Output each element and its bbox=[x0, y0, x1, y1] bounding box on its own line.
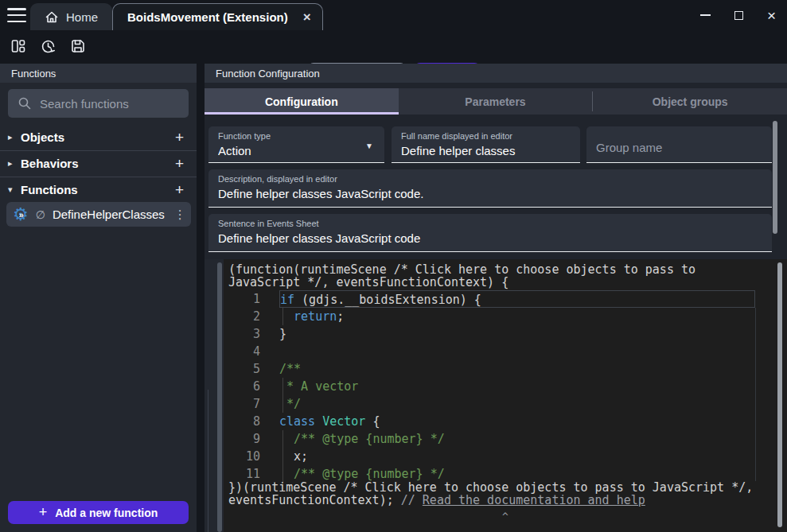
code-header[interactable]: (function(runtimeScene /* Click here to … bbox=[224, 259, 787, 289]
indent-guide bbox=[282, 308, 283, 325]
function-item-definehelperclasses[interactable]: ⚙ » ∅ DefineHelperClasses ⋮ bbox=[6, 202, 191, 227]
panels-layout-icon[interactable] bbox=[10, 38, 26, 54]
tab-object-groups[interactable]: Object groups bbox=[593, 88, 787, 115]
full-name-field[interactable]: Full name displayed in editor Define hel… bbox=[392, 126, 580, 163]
code-line-content[interactable] bbox=[279, 343, 755, 360]
line-number: 7 bbox=[224, 395, 260, 413]
history-icon[interactable] bbox=[40, 38, 56, 55]
toolbar-left-group bbox=[10, 33, 86, 59]
line-number: 6 bbox=[224, 378, 260, 395]
code-editor-surface[interactable]: (function(runtimeScene /* Click here to … bbox=[224, 259, 787, 532]
code-line[interactable]: 1if (gdjs.__boidsExtension) { bbox=[224, 290, 787, 308]
titlebar: Home BoidsMovement (Extension) × × bbox=[0, 0, 787, 30]
code-line[interactable]: 2 return; bbox=[224, 308, 787, 325]
code-editor-scrollbar[interactable] bbox=[777, 262, 782, 527]
code-line[interactable]: 8class Vector { bbox=[224, 413, 787, 430]
code-line[interactable]: 9 /** @type {number} */ bbox=[224, 430, 787, 448]
expand-caret[interactable]: ^ bbox=[224, 511, 787, 522]
code-line[interactable]: 3} bbox=[224, 325, 787, 343]
line-number: 4 bbox=[224, 343, 260, 360]
editor-guide-line bbox=[755, 308, 756, 481]
code-token: JavaScript */, eventsFunctionContext) { bbox=[228, 275, 508, 289]
main-panel-title: Function Configuration bbox=[216, 68, 320, 80]
add-new-function-button[interactable]: + Add a new function bbox=[8, 501, 189, 524]
sidebar-section-behaviors[interactable]: ▸ Behaviors + bbox=[0, 151, 197, 176]
code-token bbox=[279, 432, 294, 446]
code-editor-left-scrollbar[interactable] bbox=[217, 262, 222, 532]
chevron-right-icon[interactable]: ▸ bbox=[8, 132, 19, 142]
group-name-field[interactable]: Group name bbox=[586, 126, 772, 163]
code-line[interactable]: 5/** bbox=[224, 360, 787, 378]
code-token: x; bbox=[279, 449, 308, 464]
minimize-icon[interactable] bbox=[700, 14, 711, 16]
function-icon: ⚙ » bbox=[13, 206, 29, 223]
tab-boidsmovement-extension[interactable]: BoidsMovement (Extension) × bbox=[112, 3, 323, 30]
add-function-button[interactable]: + bbox=[170, 181, 189, 199]
code-token: } bbox=[279, 327, 286, 341]
function-type-select[interactable]: Function type Action ▼ bbox=[208, 126, 384, 163]
add-object-button[interactable]: + bbox=[170, 129, 189, 146]
save-icon[interactable] bbox=[70, 38, 86, 54]
functions-sidebar: Functions Search functions ▸ Objects + ▸… bbox=[0, 64, 197, 532]
code-token: class bbox=[279, 414, 315, 429]
gdevelop-window: Home BoidsMovement (Extension) × × bbox=[0, 0, 787, 532]
js-code-editor[interactable]: (function(runtimeScene /* Click here to … bbox=[205, 259, 787, 532]
line-number: 3 bbox=[224, 325, 260, 343]
section-label: Behaviors bbox=[21, 157, 170, 170]
code-token: { bbox=[365, 414, 380, 429]
code-footer-line[interactable]: eventsFunctionContext); // Read the docu… bbox=[228, 494, 787, 507]
code-line-content[interactable]: */ bbox=[279, 395, 755, 413]
indent-guide bbox=[282, 430, 283, 448]
code-line[interactable]: 6 * A vector bbox=[224, 378, 787, 395]
search-functions-input[interactable]: Search functions bbox=[8, 89, 189, 118]
more-options-icon[interactable]: ⋮ bbox=[172, 208, 189, 222]
configuration-scrollbar[interactable] bbox=[773, 121, 777, 234]
sidebar-section-objects[interactable]: ▸ Objects + bbox=[0, 125, 197, 150]
code-lines: 1if (gdjs.__boidsExtension) {2 return;3}… bbox=[224, 290, 787, 483]
plus-icon: + bbox=[39, 504, 48, 521]
add-behavior-button[interactable]: + bbox=[170, 155, 189, 173]
tab-configuration[interactable]: Configuration bbox=[205, 88, 399, 115]
code-line[interactable]: 10 x; bbox=[224, 448, 787, 465]
code-line-content[interactable]: * A vector bbox=[279, 378, 755, 395]
search-icon bbox=[18, 96, 32, 111]
code-header-line[interactable]: (function(runtimeScene /* Click here to … bbox=[228, 263, 787, 276]
function-configuration-panel: Function Configuration Configuration Par… bbox=[205, 64, 787, 532]
code-line-content[interactable]: if (gdjs.__boidsExtension) { bbox=[279, 290, 755, 308]
line-number: 9 bbox=[224, 430, 260, 448]
sidebar-section-functions[interactable]: ▾ Functions + bbox=[0, 177, 197, 202]
code-token: Vector bbox=[322, 414, 365, 429]
window-controls: × bbox=[700, 0, 776, 30]
chevron-right-icon[interactable]: ▸ bbox=[8, 158, 19, 169]
tab-home[interactable]: Home bbox=[30, 3, 112, 30]
code-line[interactable]: 4 bbox=[224, 343, 787, 360]
code-line-content[interactable]: /** bbox=[279, 360, 755, 378]
code-line-content[interactable]: /** @type {number} */ bbox=[279, 430, 755, 448]
code-line-content[interactable]: return; bbox=[279, 308, 755, 325]
code-line[interactable]: 7 */ bbox=[224, 395, 787, 413]
description-field[interactable]: Description, displayed in editor Define … bbox=[208, 169, 772, 208]
code-token: /** @type {number} */ bbox=[294, 467, 445, 481]
line-number: 5 bbox=[224, 360, 260, 378]
sentence-field[interactable]: Sentence in Events Sheet Define helper c… bbox=[208, 214, 772, 252]
visibility-off-icon: ∅ bbox=[36, 208, 45, 221]
code-header-line[interactable]: JavaScript */, eventsFunctionContext) { bbox=[228, 276, 787, 289]
code-token bbox=[279, 467, 294, 481]
documentation-link[interactable]: Read the documentation and help bbox=[423, 493, 645, 507]
code-footer-line[interactable]: })(runtimeScene /* Click here to choose … bbox=[228, 481, 787, 494]
code-line-content[interactable]: x; bbox=[279, 448, 755, 465]
code-footer[interactable]: })(runtimeScene /* Click here to choose … bbox=[224, 481, 787, 507]
close-window-icon[interactable]: × bbox=[767, 8, 776, 23]
chevron-down-icon[interactable]: ▾ bbox=[8, 184, 19, 195]
code-line-content[interactable]: class Vector { bbox=[279, 413, 755, 430]
maximize-icon[interactable] bbox=[734, 11, 743, 20]
main-toolbar: Preview Share bbox=[0, 30, 787, 62]
home-icon bbox=[45, 10, 59, 24]
close-tab-icon[interactable]: × bbox=[303, 10, 311, 24]
tab-parameters[interactable]: Parameters bbox=[399, 88, 593, 115]
dropdown-caret-icon[interactable]: ▼ bbox=[365, 141, 373, 150]
editor-tabstrip: Home BoidsMovement (Extension) × bbox=[30, 3, 323, 30]
code-line-content[interactable]: } bbox=[279, 325, 755, 343]
hamburger-menu-button[interactable] bbox=[7, 8, 26, 22]
code-token: eventsFunctionContext); bbox=[228, 493, 401, 507]
